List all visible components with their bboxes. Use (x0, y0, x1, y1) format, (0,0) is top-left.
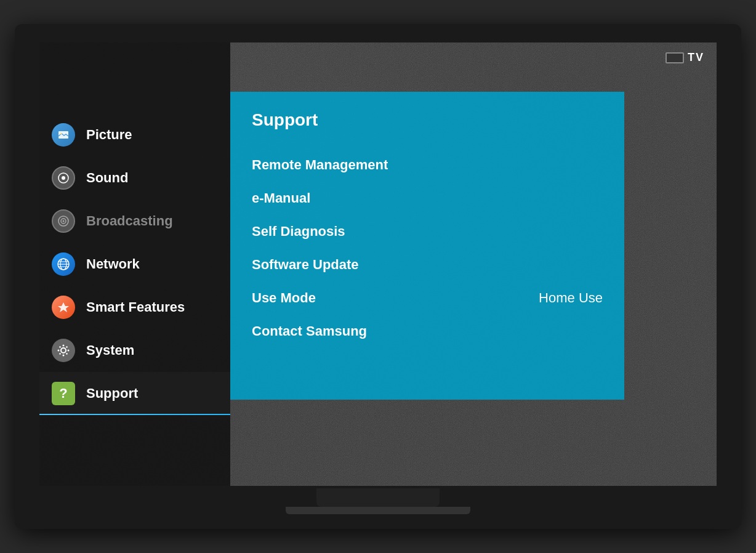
sidebar-item-support-label: Support (86, 385, 138, 402)
picture-icon (52, 123, 75, 147)
menu-item-remote-management[interactable]: Remote Management (252, 148, 603, 182)
menu-item-self-diagnosis[interactable]: Self Diagnosis (252, 215, 603, 248)
sidebar-item-broadcasting-label: Broadcasting (86, 213, 173, 229)
tv-frame: TV Picture (15, 24, 741, 529)
sidebar-item-sound[interactable]: Sound (39, 156, 230, 200)
svg-point-15 (63, 355, 65, 357)
support-panel-title: Support (252, 110, 603, 130)
sidebar-item-network-label: Network (86, 256, 140, 272)
e-manual-label: e-Manual (252, 190, 310, 206)
sidebar-item-picture[interactable]: Picture (39, 113, 230, 156)
software-update-label: Software Update (252, 257, 359, 273)
contact-samsung-label: Contact Samsung (252, 323, 367, 339)
remote-management-label: Remote Management (252, 157, 388, 173)
menu-item-e-manual[interactable]: e-Manual (252, 182, 603, 215)
sidebar: Picture Sound (39, 42, 230, 486)
svg-point-13 (61, 348, 66, 353)
sidebar-item-sound-label: Sound (86, 170, 128, 186)
tv-logo-icon (666, 52, 684, 63)
svg-marker-12 (58, 302, 69, 312)
svg-point-16 (58, 350, 60, 352)
svg-point-3 (62, 176, 65, 180)
menu-item-contact-samsung[interactable]: Contact Samsung (252, 315, 603, 348)
use-mode-value: Home Use (539, 290, 603, 306)
tv-stand-base (286, 507, 470, 514)
menu-item-software-update[interactable]: Software Update (252, 248, 603, 281)
svg-point-14 (63, 345, 65, 347)
sound-icon (52, 166, 75, 190)
sidebar-item-smart-features-label: Smart Features (86, 299, 185, 315)
sidebar-item-system-label: System (86, 342, 134, 358)
system-icon (52, 339, 75, 362)
tv-logo-text: TV (688, 51, 704, 64)
sidebar-item-broadcasting[interactable]: Broadcasting (39, 200, 230, 243)
broadcasting-icon (52, 209, 75, 233)
svg-point-1 (60, 133, 62, 135)
tv-logo: TV (666, 51, 704, 64)
svg-point-6 (63, 220, 65, 222)
sidebar-item-smart-features[interactable]: Smart Features (39, 286, 230, 329)
menu-item-use-mode[interactable]: Use Mode Home Use (252, 281, 603, 315)
sidebar-item-network[interactable]: Network (39, 243, 230, 286)
svg-point-19 (66, 353, 68, 355)
sidebar-item-picture-label: Picture (86, 127, 132, 143)
svg-point-18 (59, 346, 61, 348)
svg-point-17 (68, 350, 70, 352)
sidebar-item-system[interactable]: System (39, 329, 230, 372)
use-mode-label: Use Mode (252, 290, 316, 306)
tv-stand (316, 488, 440, 507)
sidebar-item-support[interactable]: ? Support (39, 372, 230, 415)
svg-point-21 (66, 346, 68, 348)
support-panel: Support Remote Management e-Manual Self … (230, 92, 624, 400)
network-icon (52, 252, 75, 276)
smart-features-icon (52, 296, 75, 319)
self-diagnosis-label: Self Diagnosis (252, 224, 345, 240)
tv-screen: TV Picture (39, 42, 717, 486)
support-icon: ? (52, 382, 75, 405)
svg-point-20 (59, 353, 61, 355)
